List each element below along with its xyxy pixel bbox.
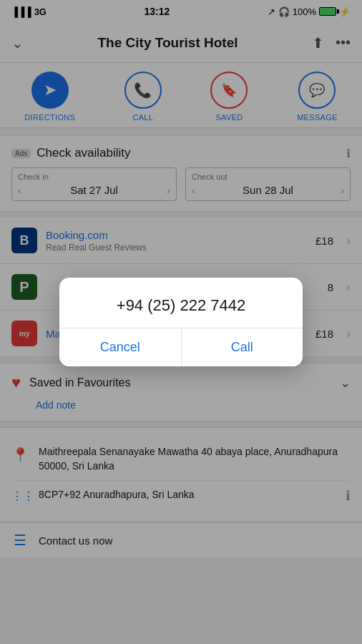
call-button[interactable]: Call xyxy=(182,328,303,366)
cancel-button[interactable]: Cancel xyxy=(59,328,182,366)
modal-actions: Cancel Call xyxy=(59,328,303,366)
call-modal: +94 (25) 222 7442 Cancel Call xyxy=(59,278,303,366)
modal-phone-number: +94 (25) 222 7442 xyxy=(59,278,303,328)
modal-overlay: +94 (25) 222 7442 Cancel Call xyxy=(0,0,362,644)
